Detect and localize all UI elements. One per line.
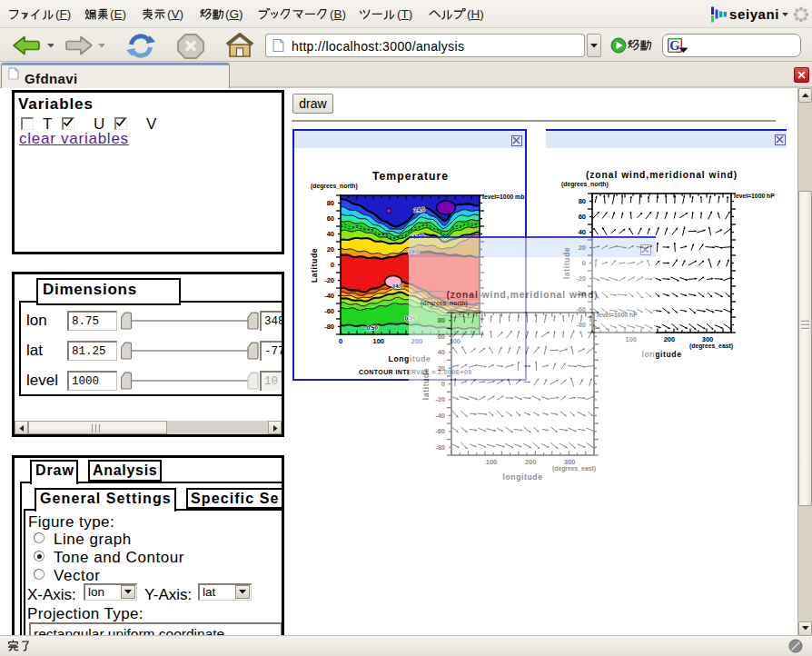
svg-text:80: 80 xyxy=(438,316,445,324)
svg-text:100: 100 xyxy=(486,458,498,466)
svg-text:Temperature: Temperature xyxy=(372,170,449,183)
svg-text:(degrees_east): (degrees_east) xyxy=(552,465,596,472)
svg-text:(degrees_north): (degrees_north) xyxy=(561,181,609,188)
svg-text:60: 60 xyxy=(438,333,445,341)
svg-text:level=1000 hP: level=1000 hP xyxy=(734,193,775,199)
svg-text:-60: -60 xyxy=(324,307,334,315)
svg-text:0: 0 xyxy=(331,261,334,269)
svg-text:20: 20 xyxy=(327,245,334,253)
svg-text:level=1000 hP: level=1000 hP xyxy=(597,312,638,318)
svg-text:-20: -20 xyxy=(324,276,334,284)
svg-text:(zonal wind,meridional wind): (zonal wind,meridional wind) xyxy=(586,170,738,180)
svg-text:(degrees_north): (degrees_north) xyxy=(421,300,468,307)
svg-text:200: 200 xyxy=(525,458,537,466)
svg-text:(degrees_north): (degrees_north) xyxy=(311,183,358,190)
svg-text:(degrees_east): (degrees_east) xyxy=(689,343,733,350)
svg-text:40: 40 xyxy=(438,348,445,356)
svg-text:-80: -80 xyxy=(435,443,445,452)
svg-text:100: 100 xyxy=(373,337,385,345)
svg-text:Latitude: Latitude xyxy=(310,248,319,283)
svg-text:20: 20 xyxy=(438,364,445,373)
svg-text:40: 40 xyxy=(579,228,586,236)
svg-text:-60: -60 xyxy=(435,427,445,435)
svg-text:-80: -80 xyxy=(324,323,334,331)
svg-text:latitude: latitude xyxy=(421,368,431,400)
svg-text:80: 80 xyxy=(579,197,586,205)
svg-text:(zonal wind,meridional wind): (zonal wind,meridional wind) xyxy=(446,290,598,300)
svg-text:200: 200 xyxy=(664,335,676,343)
svg-text:-40: -40 xyxy=(324,292,334,300)
svg-text:80: 80 xyxy=(327,199,334,207)
svg-text:60: 60 xyxy=(579,213,586,221)
svg-text:longitude: longitude xyxy=(502,472,542,482)
svg-text:60: 60 xyxy=(327,214,334,223)
svg-text:-20: -20 xyxy=(435,395,445,403)
svg-text:0.50: 0.50 xyxy=(366,324,378,332)
svg-text:0: 0 xyxy=(441,380,445,388)
svg-text:-40: -40 xyxy=(435,412,445,420)
svg-text:0: 0 xyxy=(339,337,342,345)
svg-text:level=1000 mb: level=1000 mb xyxy=(482,194,524,200)
svg-text:40: 40 xyxy=(327,230,334,238)
